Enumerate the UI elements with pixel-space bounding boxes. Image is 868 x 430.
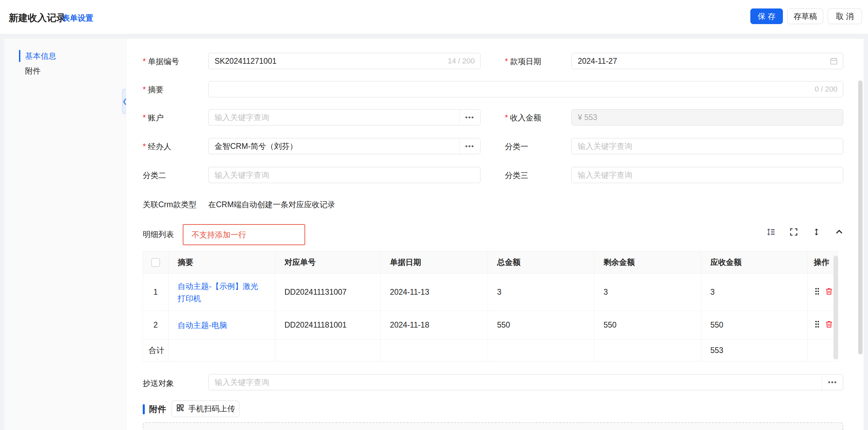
delete-row-icon[interactable]	[825, 320, 833, 331]
payment-date-input[interactable]	[572, 53, 829, 69]
drag-handle-icon[interactable]	[814, 287, 821, 297]
select-all-checkbox[interactable]	[151, 258, 160, 267]
field-label-doc-no: 单据编号	[143, 56, 179, 67]
sidebar-item-attachment[interactable]: 附件	[4, 63, 126, 78]
row-date: 2024-11-13	[381, 274, 488, 311]
delete-row-icon[interactable]	[825, 287, 833, 298]
row-date: 2024-11-18	[381, 311, 488, 339]
add-row-warning-text: 不支持添加一行	[192, 230, 246, 240]
field-label-category2: 分类二	[143, 170, 166, 181]
scan-upload-button[interactable]: 手机扫码上传	[172, 400, 239, 417]
table-row: 2 自动主题-电脑 DD202411181001 2024-11-18 550 …	[143, 311, 838, 339]
field-label-payment-date: 款项日期	[505, 56, 541, 67]
table-total-row: 合计 553	[143, 339, 838, 361]
save-button[interactable]: 保 存	[750, 8, 783, 24]
table-scrollbar-thumb[interactable]	[833, 256, 838, 359]
category3-field	[571, 167, 843, 183]
row-doc-no: DD202411131007	[275, 274, 381, 311]
row-height-icon[interactable]	[766, 227, 776, 237]
total-label: 合计	[143, 339, 169, 361]
active-indicator-bar	[19, 50, 20, 62]
qr-code-icon	[176, 404, 184, 414]
section-accent-bar	[143, 404, 145, 414]
header-cell: 摘要	[169, 251, 275, 273]
header-cell: 应收金额	[701, 251, 808, 273]
doc-no-field: 14 / 200	[208, 53, 480, 69]
row-index: 1	[143, 274, 169, 311]
account-input[interactable]	[209, 110, 459, 125]
payment-date-field	[571, 53, 843, 69]
header-cell-select	[143, 251, 169, 273]
cc-target-more-button[interactable]: •••	[822, 374, 843, 390]
row-remaining: 3	[594, 274, 701, 311]
attachment-section-header: 附件	[143, 404, 166, 415]
row-remaining: 550	[594, 311, 701, 339]
crm-type-value: 在CRM端自动创建一条对应应收记录	[208, 199, 335, 210]
detail-table-header-row: 摘要 对应单号 单据日期 总金额 剩余金额 应收金额 操作	[143, 251, 838, 274]
header-cell: 单据日期	[381, 251, 488, 273]
income-amount-input	[572, 110, 843, 125]
detail-table: 摘要 对应单号 单据日期 总金额 剩余金额 应收金额 操作 1 自动主题-【示例…	[143, 251, 838, 361]
scan-upload-label: 手机扫码上传	[189, 404, 235, 414]
header-cell: 剩余金额	[594, 251, 701, 273]
top-bar: 新建收入记录 表单设置 保 存 存草稿 取 消	[0, 0, 868, 34]
summary-counter: 0 / 200	[815, 85, 843, 94]
account-field: •••	[208, 109, 480, 125]
agent-more-button[interactable]: •••	[459, 138, 480, 154]
field-label-category1: 分类一	[505, 141, 528, 152]
summary-field: 0 / 200	[208, 81, 843, 97]
row-total: 3	[488, 274, 594, 311]
field-label-agent: 经办人	[143, 141, 171, 152]
table-row: 1 自动主题-【示例】激光打印机 DD202411131007 2024-11-…	[143, 274, 838, 311]
header-cell: 对应单号	[275, 251, 381, 273]
doc-no-input[interactable]	[209, 53, 448, 69]
attachment-upload-dropzone[interactable]	[143, 422, 843, 430]
row-receivable: 550	[701, 311, 808, 339]
summary-input[interactable]	[209, 81, 815, 97]
section-label-detail-list: 明细列表	[143, 229, 174, 240]
row-summary-link[interactable]: 自动主题-【示例】激光打印机	[178, 280, 264, 305]
row-total: 550	[488, 311, 594, 339]
category2-field	[208, 167, 480, 183]
doc-no-counter: 14 / 200	[448, 57, 480, 65]
sidebar-item-label: 附件	[25, 66, 41, 76]
sidebar-item-label: 基本信息	[25, 51, 56, 61]
cancel-button[interactable]: 取 消	[828, 8, 862, 24]
row-summary-link[interactable]: 自动主题-电脑	[178, 319, 227, 331]
page-title: 新建收入记录	[9, 12, 66, 24]
form-settings-link[interactable]: 表单设置	[62, 13, 93, 23]
field-label-cc-target: 抄送对象	[143, 378, 174, 389]
expand-vertical-icon[interactable]	[811, 227, 821, 237]
category2-input[interactable]	[209, 167, 480, 183]
field-label-income-amount: 收入金额	[505, 113, 541, 123]
income-amount-field	[571, 109, 843, 125]
agent-input[interactable]	[209, 138, 459, 154]
category1-input[interactable]	[572, 138, 843, 154]
total-receivable: 553	[701, 339, 808, 361]
main-form-panel: 单据编号 14 / 200 款项日期 摘要 0 / 200 账户 ••• 收入金…	[126, 39, 864, 430]
row-doc-no: DD202411181001	[275, 311, 381, 339]
field-label-crm-type: 关联Crm款类型	[143, 199, 196, 210]
cc-target-field: •••	[208, 374, 843, 390]
attachment-section-title: 附件	[149, 404, 166, 415]
agent-field: •••	[208, 138, 480, 154]
cc-target-input[interactable]	[209, 374, 822, 390]
fullscreen-icon[interactable]	[789, 227, 799, 237]
page-scrollbar-thumb[interactable]	[858, 80, 863, 354]
calendar-icon[interactable]	[829, 57, 843, 65]
field-label-summary: 摘要	[143, 84, 163, 95]
add-row-warning-box: 不支持添加一行	[183, 224, 305, 245]
drag-handle-icon[interactable]	[814, 320, 821, 330]
field-label-category3: 分类三	[505, 170, 528, 181]
save-draft-button[interactable]: 存草稿	[787, 8, 823, 24]
row-index: 2	[143, 311, 169, 339]
category3-input[interactable]	[572, 167, 843, 183]
detail-table-toolbar	[766, 226, 844, 238]
header-cell: 总金额	[488, 251, 594, 273]
sidebar-item-basic-info[interactable]: 基本信息	[4, 48, 126, 63]
row-receivable: 3	[701, 274, 808, 311]
sidebar: 基本信息 附件	[4, 39, 126, 430]
category1-field	[571, 138, 843, 154]
collapse-section-icon[interactable]	[834, 227, 844, 237]
account-more-button[interactable]: •••	[459, 110, 480, 125]
